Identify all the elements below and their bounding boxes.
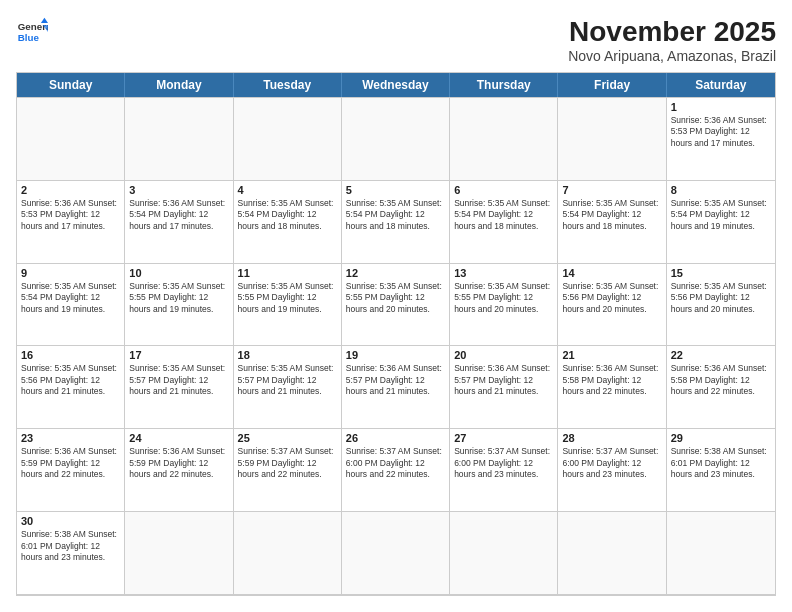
calendar-cell: 1Sunrise: 5:36 AM Sunset: 5:53 PM Daylig… <box>667 98 775 180</box>
day-number: 20 <box>454 349 553 361</box>
day-info: Sunrise: 5:37 AM Sunset: 6:00 PM Dayligh… <box>454 446 553 480</box>
day-number: 6 <box>454 184 553 196</box>
day-header-friday: Friday <box>558 73 666 97</box>
page: General Blue November 2025 Novo Aripuana… <box>0 0 792 612</box>
day-number: 27 <box>454 432 553 444</box>
header: General Blue November 2025 Novo Aripuana… <box>16 16 776 64</box>
calendar-cell <box>342 98 450 180</box>
calendar-cell <box>342 512 450 594</box>
day-info: Sunrise: 5:35 AM Sunset: 5:55 PM Dayligh… <box>238 281 337 315</box>
calendar-cell: 17Sunrise: 5:35 AM Sunset: 5:57 PM Dayli… <box>125 346 233 428</box>
calendar-cell <box>125 98 233 180</box>
calendar-week-3: 9Sunrise: 5:35 AM Sunset: 5:54 PM Daylig… <box>17 263 775 346</box>
calendar-cell: 4Sunrise: 5:35 AM Sunset: 5:54 PM Daylig… <box>234 181 342 263</box>
day-number: 25 <box>238 432 337 444</box>
day-number: 8 <box>671 184 771 196</box>
day-number: 19 <box>346 349 445 361</box>
day-info: Sunrise: 5:36 AM Sunset: 5:59 PM Dayligh… <box>129 446 228 480</box>
calendar-cell <box>558 98 666 180</box>
day-info: Sunrise: 5:35 AM Sunset: 5:54 PM Dayligh… <box>454 198 553 232</box>
day-info: Sunrise: 5:36 AM Sunset: 5:57 PM Dayligh… <box>346 363 445 397</box>
day-info: Sunrise: 5:35 AM Sunset: 5:56 PM Dayligh… <box>671 281 771 315</box>
day-number: 11 <box>238 267 337 279</box>
day-number: 3 <box>129 184 228 196</box>
calendar-week-2: 2Sunrise: 5:36 AM Sunset: 5:53 PM Daylig… <box>17 180 775 263</box>
day-number: 26 <box>346 432 445 444</box>
day-info: Sunrise: 5:35 AM Sunset: 5:55 PM Dayligh… <box>454 281 553 315</box>
calendar-cell: 21Sunrise: 5:36 AM Sunset: 5:58 PM Dayli… <box>558 346 666 428</box>
svg-text:Blue: Blue <box>18 32 40 43</box>
day-info: Sunrise: 5:35 AM Sunset: 5:55 PM Dayligh… <box>129 281 228 315</box>
calendar-cell: 2Sunrise: 5:36 AM Sunset: 5:53 PM Daylig… <box>17 181 125 263</box>
day-info: Sunrise: 5:36 AM Sunset: 5:58 PM Dayligh… <box>671 363 771 397</box>
calendar-cell <box>667 512 775 594</box>
day-number: 22 <box>671 349 771 361</box>
subtitle: Novo Aripuana, Amazonas, Brazil <box>568 48 776 64</box>
day-info: Sunrise: 5:35 AM Sunset: 5:56 PM Dayligh… <box>562 281 661 315</box>
day-number: 21 <box>562 349 661 361</box>
day-info: Sunrise: 5:35 AM Sunset: 5:57 PM Dayligh… <box>238 363 337 397</box>
calendar-cell: 18Sunrise: 5:35 AM Sunset: 5:57 PM Dayli… <box>234 346 342 428</box>
calendar-cell: 19Sunrise: 5:36 AM Sunset: 5:57 PM Dayli… <box>342 346 450 428</box>
day-header-thursday: Thursday <box>450 73 558 97</box>
calendar-cell <box>234 512 342 594</box>
day-info: Sunrise: 5:36 AM Sunset: 5:54 PM Dayligh… <box>129 198 228 232</box>
calendar-cell: 15Sunrise: 5:35 AM Sunset: 5:56 PM Dayli… <box>667 264 775 346</box>
calendar-cell <box>234 98 342 180</box>
day-number: 1 <box>671 101 771 113</box>
calendar-cell <box>450 512 558 594</box>
day-info: Sunrise: 5:35 AM Sunset: 5:54 PM Dayligh… <box>562 198 661 232</box>
calendar-cell: 30Sunrise: 5:38 AM Sunset: 6:01 PM Dayli… <box>17 512 125 594</box>
day-info: Sunrise: 5:35 AM Sunset: 5:57 PM Dayligh… <box>129 363 228 397</box>
day-info: Sunrise: 5:38 AM Sunset: 6:01 PM Dayligh… <box>671 446 771 480</box>
calendar-week-1: 1Sunrise: 5:36 AM Sunset: 5:53 PM Daylig… <box>17 97 775 180</box>
day-number: 30 <box>21 515 120 527</box>
calendar-cell <box>558 512 666 594</box>
calendar-cell: 16Sunrise: 5:35 AM Sunset: 5:56 PM Dayli… <box>17 346 125 428</box>
calendar-cell: 10Sunrise: 5:35 AM Sunset: 5:55 PM Dayli… <box>125 264 233 346</box>
day-number: 28 <box>562 432 661 444</box>
logo: General Blue <box>16 16 48 48</box>
calendar-cell: 26Sunrise: 5:37 AM Sunset: 6:00 PM Dayli… <box>342 429 450 511</box>
day-info: Sunrise: 5:35 AM Sunset: 5:55 PM Dayligh… <box>346 281 445 315</box>
day-header-saturday: Saturday <box>667 73 775 97</box>
day-number: 9 <box>21 267 120 279</box>
day-info: Sunrise: 5:36 AM Sunset: 5:53 PM Dayligh… <box>21 198 120 232</box>
calendar-cell: 28Sunrise: 5:37 AM Sunset: 6:00 PM Dayli… <box>558 429 666 511</box>
calendar-cell: 22Sunrise: 5:36 AM Sunset: 5:58 PM Dayli… <box>667 346 775 428</box>
day-info: Sunrise: 5:36 AM Sunset: 5:53 PM Dayligh… <box>671 115 771 149</box>
day-header-wednesday: Wednesday <box>342 73 450 97</box>
calendar-cell: 24Sunrise: 5:36 AM Sunset: 5:59 PM Dayli… <box>125 429 233 511</box>
day-number: 16 <box>21 349 120 361</box>
calendar-cell: 12Sunrise: 5:35 AM Sunset: 5:55 PM Dayli… <box>342 264 450 346</box>
calendar-header: SundayMondayTuesdayWednesdayThursdayFrid… <box>17 73 775 97</box>
day-number: 24 <box>129 432 228 444</box>
calendar-cell: 14Sunrise: 5:35 AM Sunset: 5:56 PM Dayli… <box>558 264 666 346</box>
day-number: 23 <box>21 432 120 444</box>
calendar-cell: 29Sunrise: 5:38 AM Sunset: 6:01 PM Dayli… <box>667 429 775 511</box>
calendar-cell: 3Sunrise: 5:36 AM Sunset: 5:54 PM Daylig… <box>125 181 233 263</box>
day-number: 12 <box>346 267 445 279</box>
day-number: 5 <box>346 184 445 196</box>
calendar-cell: 7Sunrise: 5:35 AM Sunset: 5:54 PM Daylig… <box>558 181 666 263</box>
calendar-cell: 13Sunrise: 5:35 AM Sunset: 5:55 PM Dayli… <box>450 264 558 346</box>
day-info: Sunrise: 5:35 AM Sunset: 5:54 PM Dayligh… <box>238 198 337 232</box>
logo-icon: General Blue <box>16 16 48 48</box>
day-info: Sunrise: 5:36 AM Sunset: 5:57 PM Dayligh… <box>454 363 553 397</box>
day-info: Sunrise: 5:36 AM Sunset: 5:59 PM Dayligh… <box>21 446 120 480</box>
calendar-week-6: 30Sunrise: 5:38 AM Sunset: 6:01 PM Dayli… <box>17 511 775 595</box>
day-info: Sunrise: 5:36 AM Sunset: 5:58 PM Dayligh… <box>562 363 661 397</box>
calendar-cell <box>125 512 233 594</box>
day-number: 17 <box>129 349 228 361</box>
day-header-tuesday: Tuesday <box>234 73 342 97</box>
day-number: 4 <box>238 184 337 196</box>
calendar-cell <box>450 98 558 180</box>
day-info: Sunrise: 5:37 AM Sunset: 6:00 PM Dayligh… <box>562 446 661 480</box>
calendar-cell: 11Sunrise: 5:35 AM Sunset: 5:55 PM Dayli… <box>234 264 342 346</box>
day-info: Sunrise: 5:35 AM Sunset: 5:56 PM Dayligh… <box>21 363 120 397</box>
calendar-body: 1Sunrise: 5:36 AM Sunset: 5:53 PM Daylig… <box>17 97 775 595</box>
calendar-cell: 23Sunrise: 5:36 AM Sunset: 5:59 PM Dayli… <box>17 429 125 511</box>
day-info: Sunrise: 5:38 AM Sunset: 6:01 PM Dayligh… <box>21 529 120 563</box>
calendar-cell: 8Sunrise: 5:35 AM Sunset: 5:54 PM Daylig… <box>667 181 775 263</box>
day-info: Sunrise: 5:37 AM Sunset: 5:59 PM Dayligh… <box>238 446 337 480</box>
